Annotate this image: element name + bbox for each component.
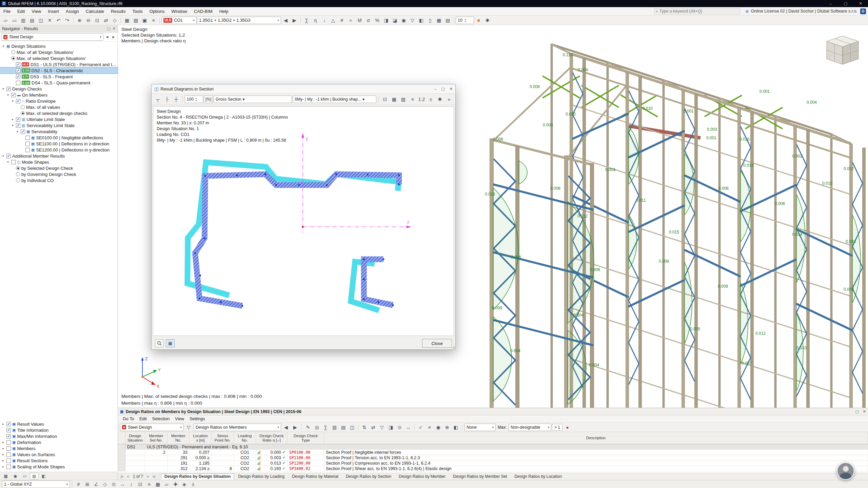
results-table[interactable]: DesignSituationMemberSet No.MemberNo.Loc… bbox=[118, 432, 868, 473]
show-grid-icon[interactable]: ▦ bbox=[390, 95, 398, 103]
checkbox[interactable] bbox=[25, 148, 30, 152]
result-scale-stepper[interactable]: 10 ▴▾ bbox=[456, 17, 474, 24]
show-results-icon[interactable]: η bbox=[311, 16, 320, 24]
ortho-icon[interactable]: ∠ bbox=[92, 480, 100, 488]
menu-options[interactable]: Options bbox=[146, 7, 168, 15]
tree-item-ratio-envelope[interactable]: ▾✓∩Ratio Envelope bbox=[0, 98, 118, 104]
snap-icon[interactable]: # bbox=[74, 480, 83, 488]
checkbox[interactable] bbox=[6, 446, 11, 451]
checkbox[interactable]: ✓ bbox=[11, 93, 16, 97]
collapse-icon[interactable]: ▾ bbox=[6, 160, 10, 164]
tree-item-max-min-information[interactable]: ✓▣Max/Min Information bbox=[0, 433, 118, 439]
collapse-icon[interactable]: ▾ bbox=[16, 130, 19, 133]
menu-window[interactable]: Window bbox=[168, 7, 191, 15]
navigator-forward-button[interactable]: ▶ bbox=[111, 34, 116, 40]
coordinate-system-icon[interactable]: ◈ bbox=[180, 480, 189, 488]
table-filter-icon[interactable]: ▽ bbox=[184, 423, 193, 431]
expand-icon[interactable]: ▸ bbox=[1, 441, 5, 444]
work-plane-icon[interactable]: ◇ bbox=[101, 480, 109, 488]
percent-toggle-button[interactable]: [%] bbox=[204, 95, 213, 103]
color-bars-icon[interactable]: ◨ bbox=[387, 423, 395, 431]
section-view[interactable]: Steel DesignSection No. 4 - RSECTION Ome… bbox=[153, 106, 454, 336]
print-icon[interactable]: ▤ bbox=[28, 16, 36, 24]
checkbox[interactable]: ✓ bbox=[16, 117, 20, 122]
radio-button[interactable] bbox=[16, 178, 20, 182]
assistant-avatar[interactable] bbox=[837, 462, 854, 480]
tree-item-by-selected-design-check[interactable]: by Selected Design Check bbox=[0, 165, 118, 171]
checkbox[interactable] bbox=[6, 465, 11, 469]
navigator-back-button[interactable]: ◀ bbox=[104, 34, 110, 40]
sort-rows-icon[interactable]: ⇅ bbox=[360, 423, 369, 431]
table-forward-button[interactable]: ▶ bbox=[291, 423, 299, 431]
tree-item-design-checks[interactable]: ▾✓Design Checks bbox=[0, 86, 118, 92]
tree-item-ds3-sls-frequent[interactable]: ✓S FrDS3 - SLS - Frequent bbox=[0, 74, 118, 80]
tree-item-max-of-all-design-situations[interactable]: Max. of all 'Design Situations' bbox=[0, 49, 118, 55]
expand-icon[interactable]: ▸ bbox=[1, 453, 5, 456]
menu-view[interactable]: View bbox=[28, 7, 44, 15]
tree-item-result-values[interactable]: ▸✓▣Result Values bbox=[0, 421, 118, 427]
max-filter-combo[interactable]: Non-designable ▾ bbox=[509, 424, 551, 431]
table-tab-design-ratios-by-member-set[interactable]: Design Ratios by Member Set bbox=[450, 473, 510, 480]
highlight-combo[interactable]: None ▾ bbox=[465, 424, 496, 431]
radio-button[interactable] bbox=[16, 172, 20, 176]
result-diagrams-icon[interactable]: ◨ bbox=[382, 16, 390, 24]
table-tab-design-ratios-by-section[interactable]: Design Ratios by Section bbox=[342, 473, 395, 480]
target-row-icon[interactable]: ◉ bbox=[434, 423, 442, 431]
color-scale-icon[interactable]: ■ bbox=[474, 16, 483, 24]
tree-item-ds2-sls-characteristic[interactable]: ✓S ChDS2 - SLS - Characteristic bbox=[0, 67, 118, 74]
views-navigator-tab[interactable]: ▭ bbox=[20, 473, 29, 480]
checkbox[interactable]: ✓ bbox=[6, 154, 11, 158]
select-window-icon[interactable]: ⊡ bbox=[136, 480, 144, 488]
display-navigator-tab[interactable]: ◉ bbox=[11, 473, 20, 480]
table-menu-settings[interactable]: Settings bbox=[187, 416, 208, 421]
table-tab-design-ratios-by-member[interactable]: Design Ratios by Member bbox=[395, 473, 449, 480]
last-page-button[interactable]: >| bbox=[151, 474, 157, 479]
section-type-combo[interactable]: Gross Section ▾ bbox=[214, 96, 292, 103]
tree-item-by-governing-design-check[interactable]: by Governing Design Check bbox=[0, 171, 118, 177]
object-snap-icon[interactable]: ⊙ bbox=[110, 480, 118, 488]
maximize-button[interactable]: ▢ bbox=[838, 0, 853, 7]
checkbox[interactable]: ✓ bbox=[21, 129, 25, 134]
menu-cad-bim[interactable]: CAD-BIM bbox=[191, 7, 216, 15]
spinner-arrows-icon[interactable]: ▴▾ bbox=[196, 97, 197, 102]
tree-item-serviceability-limit-state[interactable]: ▾✓▥Serviceability Limit State bbox=[0, 122, 118, 128]
partial-results-icon[interactable]: ◧ bbox=[452, 423, 460, 431]
sync-selection-icon[interactable]: ⇄ bbox=[369, 423, 377, 431]
radio-button[interactable] bbox=[21, 111, 25, 115]
tree-item-result-sections[interactable]: ▸▣Result Sections bbox=[0, 458, 118, 464]
minimize-button[interactable]: – bbox=[823, 0, 838, 7]
tree-item-deformation[interactable]: ▸▣Deformation bbox=[0, 439, 118, 445]
checkbox[interactable]: ✓ bbox=[6, 422, 11, 426]
zoom-section-button[interactable] bbox=[155, 339, 164, 347]
control-panel-icon[interactable]: ▯ bbox=[426, 16, 434, 24]
zoom-window-icon[interactable]: ⊡ bbox=[93, 16, 101, 24]
table-back-button[interactable]: ◀ bbox=[282, 423, 290, 431]
collapse-icon[interactable]: ▾ bbox=[1, 87, 5, 90]
expand-icon[interactable]: ▸ bbox=[1, 422, 5, 426]
check-values-icon[interactable]: ✓ bbox=[416, 423, 425, 431]
radio-button[interactable] bbox=[16, 166, 20, 170]
checkbox[interactable]: ✓ bbox=[16, 75, 20, 79]
zoom-in-icon[interactable]: ⊕ bbox=[75, 16, 84, 24]
checkbox[interactable]: ✓ bbox=[6, 428, 11, 432]
export-excel-icon[interactable]: ▥ bbox=[330, 423, 339, 431]
table-menu-selection[interactable]: Selection bbox=[150, 416, 172, 421]
dialog-maximize-icon[interactable]: ▢ bbox=[441, 87, 445, 91]
delete-icon[interactable]: ✕ bbox=[45, 16, 54, 24]
undo-icon[interactable]: ↶ bbox=[54, 16, 63, 24]
checkbox[interactable]: ✓ bbox=[16, 123, 20, 128]
checkbox[interactable]: ✓ bbox=[16, 99, 20, 103]
menu-results[interactable]: Results bbox=[107, 7, 129, 15]
tree-item-max-of-selected-design-checks[interactable]: Max. of selected design checks bbox=[0, 110, 118, 116]
show-supports-icon[interactable]: △ bbox=[329, 16, 337, 24]
deformation-results-icon[interactable]: ≈ bbox=[347, 16, 355, 24]
table-menu-go-to[interactable]: Go To bbox=[120, 416, 137, 421]
tables-icon[interactable]: ▦ bbox=[435, 16, 443, 24]
row-list-icon[interactable]: ≡ bbox=[425, 423, 434, 431]
results-navigator-tab[interactable]: ▤ bbox=[30, 473, 39, 480]
checkbox[interactable] bbox=[25, 136, 30, 140]
diagram-settings-icon[interactable]: ✱ bbox=[436, 95, 444, 103]
new-object-icon[interactable]: ▱ bbox=[162, 480, 171, 488]
result-diagrams-dialog[interactable]: ◫ Result Diagrams in Section – ▢ ✕ ┬├┼ 1… bbox=[151, 84, 456, 350]
expand-icon[interactable]: ▸ bbox=[1, 465, 5, 468]
